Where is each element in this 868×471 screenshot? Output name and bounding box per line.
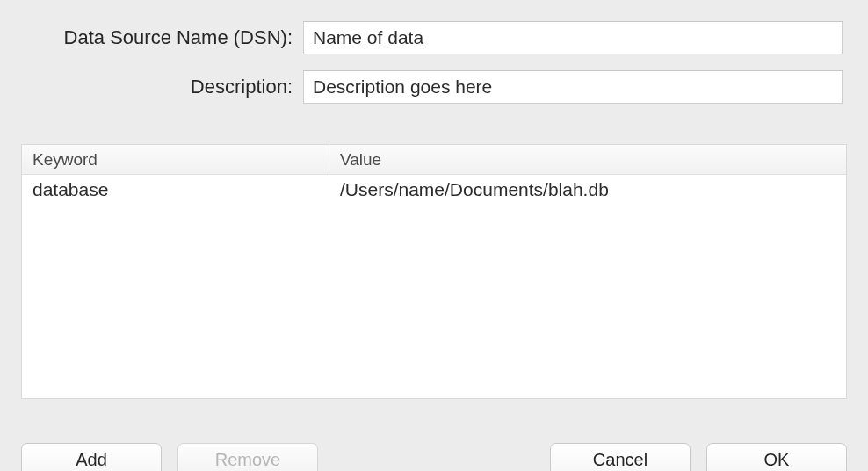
remove-button: Remove xyxy=(177,443,318,471)
dsn-row: Data Source Name (DSN): xyxy=(0,21,868,54)
dsn-label: Data Source Name (DSN): xyxy=(0,26,303,49)
cell-keyword: database xyxy=(22,179,329,200)
dsn-input[interactable] xyxy=(303,21,843,54)
description-label: Description: xyxy=(0,76,303,98)
cell-value: /Users/name/Documents/blah.db xyxy=(329,179,846,200)
column-header-value[interactable]: Value xyxy=(329,145,846,174)
description-input[interactable] xyxy=(303,70,843,104)
dsn-config-dialog: Data Source Name (DSN): Description: Key… xyxy=(0,21,868,471)
params-table[interactable]: Keyword Value database /Users/name/Docum… xyxy=(21,144,847,399)
column-header-keyword[interactable]: Keyword xyxy=(22,145,329,174)
description-row: Description: xyxy=(0,70,868,104)
cancel-button[interactable]: Cancel xyxy=(550,443,691,471)
button-bar: Add Remove Cancel OK xyxy=(21,443,847,471)
add-button[interactable]: Add xyxy=(21,443,162,471)
table-row[interactable]: database /Users/name/Documents/blah.db xyxy=(22,175,846,205)
params-table-body: database /Users/name/Documents/blah.db xyxy=(22,175,846,205)
ok-button[interactable]: OK xyxy=(706,443,847,471)
params-table-header: Keyword Value xyxy=(22,145,846,175)
